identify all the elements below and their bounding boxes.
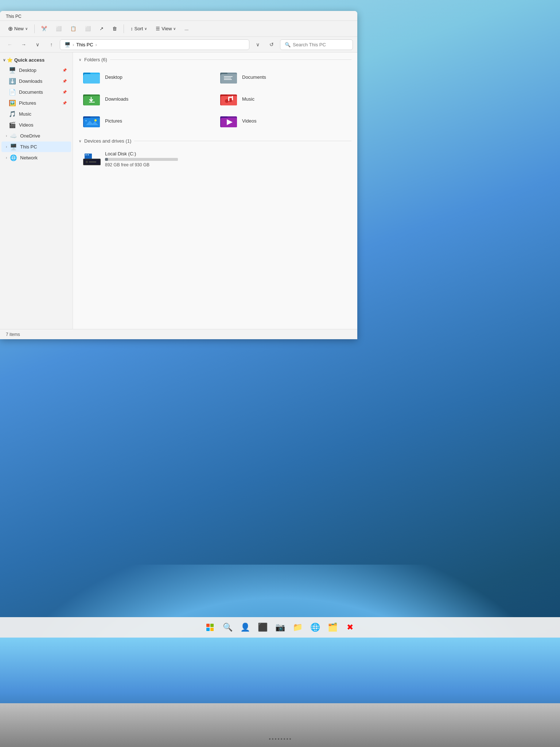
sidebar-this-pc-label: This PC bbox=[20, 144, 37, 150]
back-button[interactable]: ← bbox=[4, 39, 15, 50]
forward-button[interactable]: → bbox=[18, 39, 29, 50]
folders-section-line bbox=[110, 59, 351, 60]
delete-icon: 🗑 bbox=[112, 26, 117, 31]
taskbar-store-button[interactable]: 🗂️ bbox=[324, 619, 341, 635]
sort-label: Sort bbox=[135, 26, 143, 31]
dropdown-button[interactable]: ∨ bbox=[252, 39, 263, 50]
new-icon: ⊕ bbox=[8, 25, 13, 32]
pictures-icon: 🖼️ bbox=[9, 100, 16, 107]
folder-item-documents[interactable]: Documents bbox=[216, 67, 351, 87]
share-button[interactable]: ↗ bbox=[96, 24, 107, 34]
folder-item-desktop[interactable]: Desktop bbox=[79, 67, 214, 87]
address-separator-2: › bbox=[96, 42, 97, 47]
search-icon: 🔍 bbox=[285, 42, 291, 47]
sidebar-onedrive-label: OneDrive bbox=[20, 133, 40, 139]
recent-button[interactable]: ∨ bbox=[32, 39, 43, 50]
sidebar-item-pictures[interactable]: 🖼️ Pictures 📌 bbox=[4, 98, 71, 108]
folder-desktop-icon bbox=[83, 70, 101, 84]
sort-button[interactable]: ↕ Sort ∨ bbox=[127, 24, 151, 34]
taskbar-multitask-button[interactable]: ⬛ bbox=[254, 619, 271, 635]
sidebar-item-videos[interactable]: 🎬 Videos bbox=[4, 120, 71, 130]
desktop-icon: 🖥️ bbox=[9, 67, 16, 74]
folder-downloads-icon bbox=[83, 92, 101, 106]
svg-rect-7 bbox=[224, 78, 231, 78]
sidebar-item-network[interactable]: › 🌐 Network bbox=[1, 152, 71, 163]
paste-button[interactable]: 📋 bbox=[67, 24, 80, 34]
svg-rect-31 bbox=[85, 154, 87, 155]
pin-icon-3: 📌 bbox=[62, 90, 67, 94]
svg-rect-2 bbox=[84, 74, 100, 84]
sidebar-network-label: Network bbox=[20, 155, 38, 160]
up-button[interactable]: ↑ bbox=[46, 39, 57, 50]
taskbar-windows-button[interactable] bbox=[202, 619, 218, 635]
sidebar-music-label: Music bbox=[19, 111, 31, 117]
drive-bar-container bbox=[105, 158, 178, 161]
drive-item-c[interactable]: Local Disk (C:) 892 GB free of 930 GB bbox=[79, 148, 351, 170]
win-logo-q2 bbox=[210, 624, 214, 627]
folder-music-icon bbox=[220, 92, 238, 106]
copy-button[interactable]: ⬜ bbox=[52, 24, 65, 34]
svg-rect-12 bbox=[89, 102, 95, 102]
new-button[interactable]: ⊕ New ∨ bbox=[4, 23, 31, 34]
taskbar-close-button[interactable]: ✖ bbox=[342, 619, 358, 635]
vent-hole-2 bbox=[272, 738, 273, 740]
cut-icon: ✂️ bbox=[41, 26, 47, 31]
svg-rect-37 bbox=[89, 161, 96, 163]
taskbar-edge-icon: 🌐 bbox=[310, 623, 320, 632]
windows-logo bbox=[206, 624, 214, 631]
sidebar-item-downloads[interactable]: ⬇️ Downloads 📌 bbox=[4, 76, 71, 86]
view-button[interactable]: ☰ View ∨ bbox=[152, 24, 179, 34]
folder-pictures-label: Pictures bbox=[105, 118, 122, 124]
delete-button[interactable]: 🗑 bbox=[109, 24, 121, 34]
sidebar-item-documents[interactable]: 📄 Documents 📌 bbox=[4, 87, 71, 97]
window-title: This PC bbox=[6, 14, 22, 19]
network-icon: 🌐 bbox=[10, 154, 17, 161]
taskbar-edge-button[interactable]: 🌐 bbox=[307, 619, 323, 635]
videos-icon: 🎬 bbox=[9, 121, 16, 128]
win-logo-q4 bbox=[210, 628, 214, 631]
sidebar-item-music[interactable]: 🎵 Music bbox=[4, 109, 71, 119]
taskbar-task-view-icon: 👤 bbox=[240, 623, 250, 632]
sidebar-item-desktop[interactable]: 🖥️ Desktop 📌 bbox=[4, 65, 71, 76]
quick-access-chevron-icon: ∨ bbox=[3, 58, 5, 62]
sort-icon: ↕ bbox=[131, 26, 133, 31]
sidebar-item-this-pc[interactable]: › 🖥️ This PC bbox=[1, 142, 71, 152]
folder-music-label: Music bbox=[242, 96, 254, 102]
folder-documents-label: Documents bbox=[242, 74, 266, 80]
taskbar-search-button[interactable]: 🔍 bbox=[219, 619, 236, 635]
drive-c-space: 892 GB free of 930 GB bbox=[105, 162, 178, 167]
search-input[interactable] bbox=[293, 42, 348, 47]
folder-item-music[interactable]: Music bbox=[216, 89, 351, 109]
svg-rect-32 bbox=[88, 154, 89, 155]
sidebar-item-onedrive[interactable]: › ☁️ OneDrive bbox=[1, 131, 71, 141]
new-label: New bbox=[14, 26, 24, 31]
quick-access-group: 🖥️ Desktop 📌 ⬇️ Downloads 📌 📄 Documents … bbox=[0, 65, 73, 130]
status-bar: 7 items bbox=[0, 329, 357, 339]
taskbar-camera-button[interactable]: 📷 bbox=[272, 619, 288, 635]
drive-c-info: Local Disk (C:) 892 GB free of 930 GB bbox=[105, 151, 178, 167]
folders-chevron-icon[interactable]: ∨ bbox=[79, 58, 81, 62]
file-area: ∨ Folders (6) Desktop bbox=[73, 53, 357, 339]
sidebar-documents-label: Documents bbox=[19, 89, 43, 95]
rename-button[interactable]: ⬜ bbox=[81, 24, 94, 34]
taskbar-task-view-button[interactable]: 👤 bbox=[237, 619, 253, 635]
quick-access-label: Quick access bbox=[14, 57, 44, 63]
drives-chevron-icon[interactable]: ∨ bbox=[79, 139, 81, 143]
downloads-icon: ⬇️ bbox=[9, 78, 16, 85]
cut-button[interactable]: ✂️ bbox=[38, 24, 51, 34]
refresh-button[interactable]: ↺ bbox=[266, 39, 277, 50]
taskbar-explorer-button[interactable]: 📁 bbox=[289, 619, 306, 635]
folder-item-downloads[interactable]: Downloads bbox=[79, 89, 214, 109]
quick-access-header[interactable]: ∨ ⭐ Quick access bbox=[0, 55, 73, 65]
folder-item-pictures[interactable]: Pictures bbox=[79, 111, 214, 131]
folder-item-videos[interactable]: Videos bbox=[216, 111, 351, 131]
search-box[interactable]: 🔍 bbox=[280, 39, 353, 50]
address-path[interactable]: 🖥️ › This PC › bbox=[60, 39, 249, 50]
toolbar: ⊕ New ∨ ✂️ ⬜ 📋 ⬜ ↗ 🗑 ↕ Sort ∨ ☰ bbox=[0, 21, 357, 37]
new-chevron-icon: ∨ bbox=[25, 27, 28, 31]
view-label: View bbox=[162, 26, 172, 31]
address-separator-1: › bbox=[73, 42, 74, 47]
taskbar: 🔍 👤 ⬛ 📷 📁 🌐 🗂️ ✖ bbox=[0, 617, 560, 638]
sidebar-downloads-label: Downloads bbox=[19, 78, 42, 84]
more-button[interactable]: ... bbox=[181, 24, 192, 34]
